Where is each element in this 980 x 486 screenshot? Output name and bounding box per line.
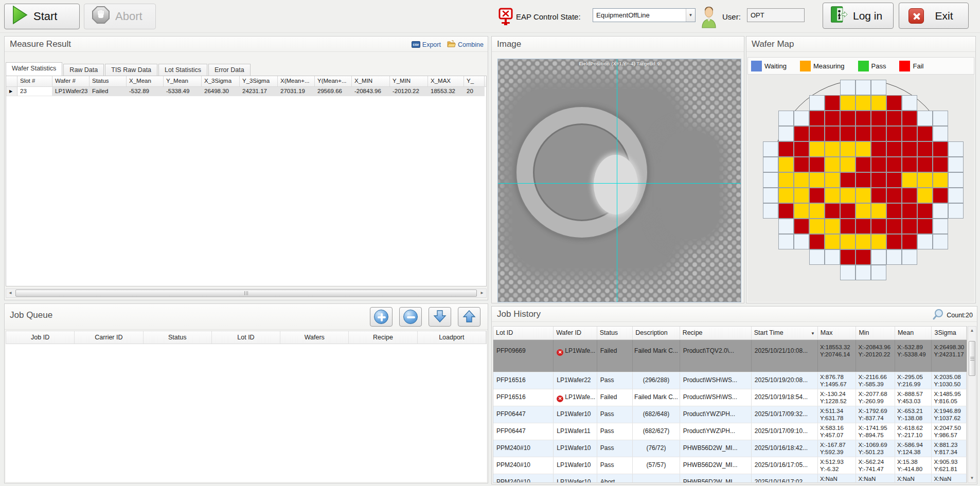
column-header-start-time[interactable]: Start Time▼ xyxy=(752,327,818,339)
wafer-die xyxy=(794,219,809,234)
job-history-row[interactable]: PFP06447LP1Wafer10Pass(682/648)Product\Y… xyxy=(493,406,967,423)
column-header-y-min[interactable]: Y_MIN xyxy=(390,76,428,86)
wafer-die xyxy=(840,172,856,188)
column-header-min[interactable]: Min xyxy=(856,327,895,339)
sigma-cell: X:905.93Y:621.81 xyxy=(932,457,967,474)
vscroll-thumb[interactable] xyxy=(969,341,975,376)
scroll-down-icon[interactable]: ▼ xyxy=(968,474,976,482)
column-header-lot-id[interactable]: Lot ID xyxy=(493,327,554,339)
job-history-row[interactable]: PFP06447LP1Wafer11Pass(682/627)Product\Y… xyxy=(493,423,967,440)
cell: -5338.49 xyxy=(164,87,202,96)
wafer-die xyxy=(778,203,794,219)
column-header-wafer[interactable]: Wafer # xyxy=(52,76,90,86)
wafer-die xyxy=(933,141,948,157)
job-history-vscrollbar[interactable]: ▲ ▼ xyxy=(968,326,976,483)
legend-label: Fail xyxy=(913,62,923,70)
tab-wafer-statistics[interactable]: Wafer Statistics xyxy=(6,62,62,76)
wafer-die xyxy=(902,219,917,234)
column-header-wafer-id[interactable]: Wafer ID xyxy=(554,327,597,339)
job-history-row[interactable]: PPM240#10LP1Wafer10Pass(57/57)PHWB56D2W_… xyxy=(493,457,967,474)
column-header-mean[interactable]: Mean xyxy=(895,327,932,339)
column-header-x-mean[interactable]: X(Mean+... xyxy=(278,76,315,86)
wafer-die xyxy=(856,219,871,234)
job-history-row[interactable]: PPM240#10LP1Wafer10AbortPHWB56D2W_MI...2… xyxy=(493,474,967,483)
job-history-row[interactable]: PFP16516✕LP1Wafe...FailedFailed Mark C..… xyxy=(493,389,967,406)
column-header-y[interactable]: Y_ xyxy=(464,76,485,86)
column-header-x-mean[interactable]: X_Mean xyxy=(127,76,164,86)
wafer-die xyxy=(886,234,902,249)
move-up-button[interactable] xyxy=(458,307,480,327)
wafer-die xyxy=(933,203,948,219)
add-job-button[interactable] xyxy=(370,307,393,327)
job-history-row[interactable]: PFP09669✕LP1Wafe...FailedFailed Mark C..… xyxy=(493,340,967,372)
legend-swatch-measuring xyxy=(800,61,811,71)
tab-error-data[interactable]: Error Data xyxy=(208,64,251,76)
job-history-title: Job History xyxy=(492,307,541,321)
start-button[interactable]: Start xyxy=(4,4,80,29)
job-history-row[interactable]: PFP16516LP1Wafer22Pass(296/288)Product\W… xyxy=(493,372,967,389)
tab-tis-raw-data[interactable]: TIS Raw Data xyxy=(105,64,157,76)
abort-button[interactable]: Abort xyxy=(84,4,156,29)
measure-result-hscrollbar[interactable]: ◄ ► xyxy=(6,289,487,298)
column-header-recipe[interactable]: Recipe xyxy=(349,331,417,344)
magnifier-icon[interactable] xyxy=(933,309,944,321)
column-header-y-mean[interactable]: Y_Mean xyxy=(164,76,202,86)
user-input[interactable] xyxy=(747,8,805,22)
column-header-slot[interactable]: Slot # xyxy=(17,76,52,86)
wafer-die xyxy=(933,188,948,203)
wafer-die xyxy=(825,219,840,234)
chevron-down-icon[interactable]: ▼ xyxy=(686,9,695,22)
column-header-recipe[interactable]: Recipe xyxy=(680,327,752,339)
column-header-lot-id[interactable]: Lot ID xyxy=(212,331,280,344)
combine-link[interactable]: Combine xyxy=(447,40,484,49)
scroll-right-icon[interactable]: ► xyxy=(478,289,486,297)
scroll-up-icon[interactable]: ▲ xyxy=(968,327,976,335)
column-header-x-max[interactable]: X_MAX xyxy=(428,76,464,86)
cell: -20843.96 xyxy=(352,87,390,96)
exit-button[interactable]: Exit xyxy=(899,3,969,29)
minus-icon xyxy=(403,310,418,324)
eap-control-state-select[interactable]: EquipmentOffLine ▼ xyxy=(593,8,696,22)
wafer-die xyxy=(809,234,825,249)
column-header-3sigma[interactable]: 3Sigma xyxy=(932,327,967,339)
sigma-cell: X:2047.50Y:986.57 xyxy=(932,423,967,440)
column-header-loadport[interactable]: Loadport xyxy=(418,331,486,344)
column-header-max[interactable]: Max xyxy=(818,327,857,339)
remove-job-button[interactable] xyxy=(399,307,422,327)
combine-link-label: Combine xyxy=(458,41,484,48)
column-header-status[interactable]: Status xyxy=(90,76,127,86)
job-history-header: Job History Count:20 xyxy=(492,307,977,322)
hscroll-thumb[interactable] xyxy=(15,290,477,297)
tab-raw-data[interactable]: Raw Data xyxy=(63,64,104,76)
column-header-status[interactable]: Status xyxy=(597,327,633,339)
column-header-y-3sigma[interactable]: Y_3Sigma xyxy=(240,76,278,86)
column-header-wafers[interactable]: Wafers xyxy=(280,331,349,344)
job-history-row[interactable]: PPM240#10LP1Wafer10Pass(76/72)PHWB56D2W_… xyxy=(493,440,967,457)
column-header-y-mean[interactable]: Y(Mean+... xyxy=(315,76,352,86)
wafer-die xyxy=(840,126,856,141)
column-header-job-id[interactable]: Job ID xyxy=(6,331,75,344)
column-header-x-3sigma[interactable]: X_3Sigma xyxy=(202,76,240,86)
wafer-die xyxy=(778,172,794,188)
mean-cell: X:NaNY:NaN xyxy=(895,474,932,483)
lot-id-cell: PFP06447 xyxy=(493,406,554,423)
column-header-status[interactable]: Status xyxy=(144,331,212,344)
column-header-description[interactable]: Description xyxy=(633,327,680,339)
wafer-die xyxy=(886,249,902,265)
tab-lot-statistics[interactable]: Lot Statistics xyxy=(158,64,207,76)
wafer-die xyxy=(917,172,933,188)
scroll-left-icon[interactable]: ◄ xyxy=(6,289,14,297)
table-row[interactable]: ▶23LP1Wafer23Failed-532.89-5338.4926498.… xyxy=(6,87,486,96)
login-button[interactable]: Log in xyxy=(823,3,894,29)
wafer-die xyxy=(809,141,825,157)
wafer-die xyxy=(763,157,778,172)
wafer-die xyxy=(778,126,794,141)
export-link[interactable]: csv Export xyxy=(412,41,441,48)
lot-id-cell: PPM240#10 xyxy=(493,440,554,457)
stop-hand-icon xyxy=(92,6,110,27)
cell: 29569.66 xyxy=(315,87,352,96)
column-header-x-min[interactable]: X_MIN xyxy=(352,76,390,86)
column-header-carrier-id[interactable]: Carrier ID xyxy=(75,331,143,344)
move-down-button[interactable] xyxy=(429,307,451,327)
wafer-die xyxy=(809,111,825,126)
